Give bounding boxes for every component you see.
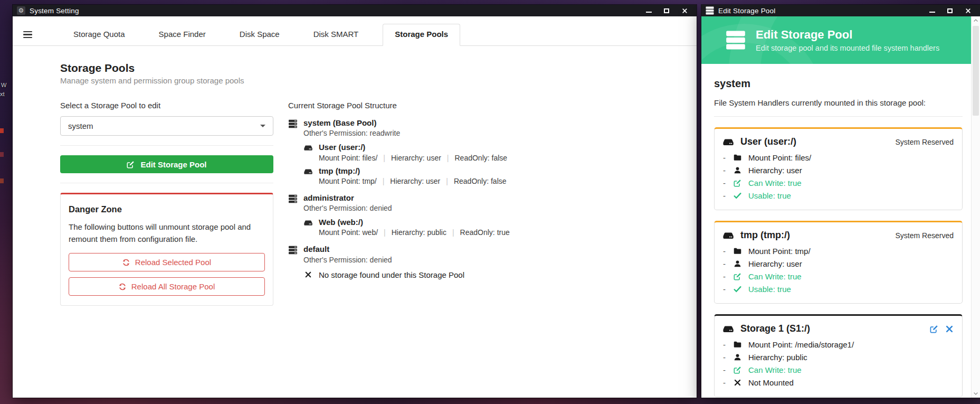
- property-text: Usable: true: [748, 285, 791, 294]
- close-button[interactable]: [959, 5, 977, 16]
- gear-icon: ⚙: [17, 6, 25, 15]
- handler-property: Mount Point: tmp/: [723, 247, 954, 256]
- pool-node: default Other's Permission: denied No st…: [288, 245, 510, 279]
- desktop-icon-fragment: [0, 128, 4, 133]
- maximize-button[interactable]: [941, 5, 959, 16]
- divider: [714, 116, 963, 117]
- system-reserved-badge: System Reserved: [896, 231, 954, 240]
- property-text: Can Write: true: [748, 272, 802, 281]
- tab-disk-space[interactable]: Disk Space: [230, 24, 289, 45]
- edit-storage-pool-window: Edit Storage Pool Edit Storage Pool Edit…: [701, 5, 980, 398]
- close-button[interactable]: [675, 5, 693, 16]
- server-icon: [288, 194, 298, 203]
- scrollbar[interactable]: [971, 16, 980, 398]
- handler-details: Mount Point: tmp/Hierarchy: userReadOnly…: [319, 177, 507, 185]
- selected-pool-value: system: [68, 121, 93, 130]
- handler-details: Mount Point: files/Hierarchy: userReadOn…: [319, 154, 507, 162]
- handler-name: Web (web:/): [319, 218, 510, 227]
- empty-pool-message: No storage found under this Storage Pool: [303, 270, 510, 279]
- x-icon: [734, 379, 741, 387]
- danger-zone-title: Danger Zone: [69, 204, 265, 214]
- refresh-icon: [119, 283, 126, 290]
- refresh-icon: [122, 259, 130, 266]
- menu-icon[interactable]: [21, 31, 34, 45]
- tab-storage-pools[interactable]: Storage Pools: [383, 24, 460, 46]
- handler-name: User (user:/): [319, 143, 507, 152]
- remove-handler-icon[interactable]: [945, 325, 954, 333]
- server-icon: [706, 6, 714, 15]
- pool-name-heading: system: [714, 78, 963, 90]
- handler-property: Usable: true: [723, 285, 954, 294]
- handler-property: Not Mounted: [723, 378, 954, 387]
- edit-handler-icon[interactable]: [930, 325, 938, 333]
- empty-pool-text: No storage found under this Storage Pool: [319, 270, 464, 279]
- titlebar: Edit Storage Pool: [701, 5, 980, 16]
- handlers-description: File System Handlers currently mounted i…: [714, 98, 963, 107]
- check-icon: [734, 285, 741, 293]
- user-icon: [734, 166, 741, 174]
- edit-icon: [734, 366, 741, 374]
- handler-property: Hierarchy: user: [723, 166, 954, 175]
- desktop-icon-fragment: W: [1, 82, 6, 88]
- handler-property: Can Write: true: [723, 178, 954, 187]
- server-icon: [726, 30, 746, 50]
- page-title: Storage Pools: [60, 62, 697, 74]
- tab-storage-quota[interactable]: Storage Quota: [64, 24, 135, 45]
- window-title: Edit Storage Pool: [718, 7, 775, 15]
- property-text: Usable: true: [748, 191, 791, 200]
- hdd-icon: [303, 219, 313, 227]
- panel-header: Edit Storage Pool Edit storage pool and …: [701, 16, 971, 64]
- handler-card: User (user:/) System Reserved Mount Poin…: [714, 127, 963, 210]
- handler-detail: ReadOnly: false: [440, 177, 506, 185]
- scroll-down-button[interactable]: [972, 389, 980, 398]
- scroll-up-button[interactable]: [972, 16, 980, 25]
- handler-property: Can Write: true: [723, 272, 954, 281]
- danger-zone-description: The following buttons will unmount stora…: [69, 221, 259, 245]
- edit-storage-pool-label: Edit Storage Pool: [140, 160, 206, 169]
- handler-property: Usable: true: [723, 191, 954, 200]
- system-setting-window: ⚙ System Setting Storage Quota Space Fin…: [13, 5, 697, 398]
- divider: [60, 183, 273, 183]
- window-title: System Setting: [30, 7, 79, 15]
- structure-label: Current Storage Pool Structure: [288, 101, 510, 110]
- server-icon: [288, 246, 298, 255]
- edit-storage-pool-button[interactable]: Edit Storage Pool: [60, 155, 273, 173]
- maximize-button[interactable]: [658, 5, 675, 16]
- minimize-button[interactable]: [923, 5, 941, 16]
- handler-detail: Hierarchy: user: [377, 177, 441, 185]
- pool-permission: Other's Permission: readwrite: [303, 129, 400, 137]
- edit-icon: [734, 273, 741, 280]
- property-text: Mount Point: files/: [748, 153, 811, 162]
- handler-detail: Hierarchy: user: [377, 154, 441, 162]
- pool-node: administrator Other's Permission: denied…: [288, 193, 510, 237]
- handler-node: tmp (tmp:/) Mount Point: tmp/Hierarchy: …: [303, 166, 510, 185]
- handler-detail: Mount Point: tmp/: [319, 177, 377, 185]
- handler-property: Mount Point: files/: [723, 153, 954, 162]
- scrollbar-thumb[interactable]: [973, 26, 979, 116]
- folder-icon: [734, 341, 741, 349]
- property-text: Hierarchy: user: [748, 259, 802, 268]
- tab-space-finder[interactable]: Space Finder: [149, 24, 215, 45]
- reload-all-storage-pool-button[interactable]: Reload All Storage Pool: [69, 277, 265, 296]
- hdd-icon: [303, 167, 313, 176]
- tab-disk-smart[interactable]: Disk SMART: [304, 24, 368, 45]
- hdd-icon: [723, 324, 734, 334]
- handler-card-title: Storage 1 (S1:/): [740, 323, 810, 334]
- hdd-icon: [723, 137, 734, 147]
- minimize-button[interactable]: [640, 5, 658, 16]
- user-icon: [734, 353, 741, 361]
- storage-pool-select[interactable]: system: [60, 116, 273, 136]
- reload-selected-pool-button[interactable]: Reload Selected Pool: [69, 253, 265, 271]
- handler-details: Mount Point: web/Hierarchy: publicReadOn…: [319, 228, 510, 237]
- edit-icon: [127, 161, 135, 168]
- handler-name: tmp (tmp:/): [319, 166, 507, 175]
- panel-subtitle: Edit storage pool and its mounted file s…: [756, 44, 939, 52]
- folder-icon: [734, 247, 741, 255]
- pool-permission: Other's Permission: denied: [303, 256, 392, 264]
- reload-selected-pool-label: Reload Selected Pool: [135, 258, 211, 267]
- divider: [60, 145, 273, 146]
- server-icon: [288, 119, 298, 128]
- property-text: Can Write: true: [748, 365, 802, 374]
- handler-card-title: tmp (tmp:/): [740, 230, 790, 241]
- handler-card: tmp (tmp:/) System Reserved Mount Point:…: [714, 221, 963, 304]
